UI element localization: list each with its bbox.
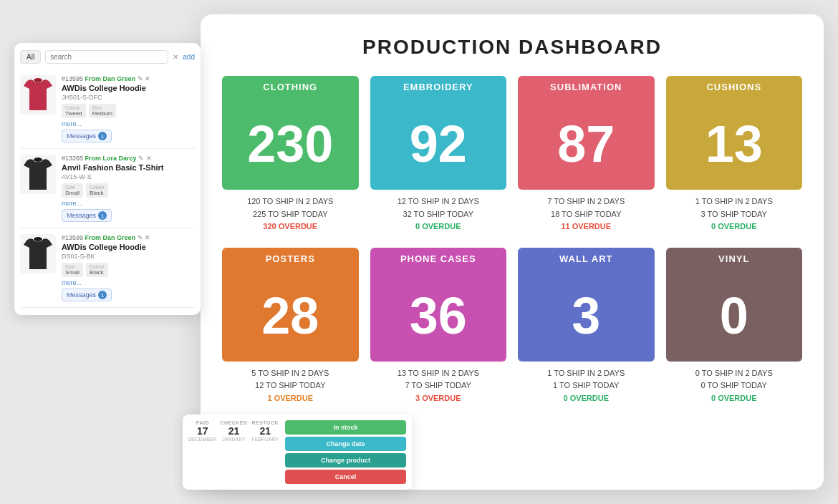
stat-number-box-wallart: 3	[518, 270, 655, 362]
date-month: FEBRUARY	[251, 437, 279, 442]
messages-button[interactable]: Messages 1	[62, 130, 112, 142]
stat-count-wallart: 3	[572, 290, 600, 341]
stat-count-phonecases: 36	[410, 290, 467, 341]
ship-today-vinyl: 0 TO SHIP TODAY	[669, 379, 800, 392]
product-image-icon	[22, 77, 54, 113]
ship-2days-cushions: 1 TO SHIP IN 2 DAYS	[669, 195, 800, 208]
date-value: 17	[188, 425, 217, 437]
date-label: PAID	[188, 420, 217, 425]
order-meta: #13595 From Dan Green ✎ ✕	[62, 75, 195, 82]
stat-number-box-sublimation: 87	[518, 98, 655, 190]
overdue-sublimation: 11 OVERDUE	[521, 220, 652, 233]
stat-number-box-phonecases: 36	[370, 270, 507, 362]
table-row: #13599 From Dan Green ✎ ✕ AWDis College …	[20, 228, 195, 308]
date-month: DECEMBER	[188, 437, 217, 442]
stat-header-embroidery: EMBROIDERY	[370, 76, 507, 98]
action-btn-cancel[interactable]: Cancel	[285, 470, 406, 484]
table-row: #13595 From Dan Green ✎ ✕ AWDis College …	[20, 69, 195, 149]
svg-point-2	[34, 237, 42, 241]
stat-header-wallart: WALL ART	[518, 248, 655, 270]
avatar	[20, 155, 56, 194]
ship-2days-vinyl: 0 TO SHIP IN 2 DAYS	[669, 367, 800, 380]
stat-block-clothing[interactable]: CLOTHING 230 120 TO SHIP IN 2 DAYS 225 T…	[222, 76, 359, 236]
stat-number-box-clothing: 230	[222, 98, 359, 190]
order-tags: Size Small Colour Black	[62, 183, 195, 198]
order-details: #13265 From Lora Darcy ✎ ✕ Anvil Fashion…	[62, 155, 195, 222]
date-column: RESTOCK 21 FEBRUARY	[251, 420, 279, 484]
date-label: CHECKED	[220, 420, 249, 425]
date-label: RESTOCK	[251, 420, 279, 425]
sidebar-toolbar: All ✕ add	[20, 50, 195, 64]
svg-point-1	[34, 158, 42, 162]
stats-grid: CLOTHING 230 120 TO SHIP IN 2 DAYS 225 T…	[222, 76, 802, 408]
overdue-phonecases: 3 OVERDUE	[373, 392, 504, 405]
ship-2days-phonecases: 13 TO SHIP IN 2 DAYS	[373, 367, 504, 380]
stat-info-vinyl: 0 TO SHIP IN 2 DAYS 0 TO SHIP TODAY 0 OV…	[666, 362, 803, 408]
stat-count-cushions: 13	[705, 118, 763, 170]
avatar	[20, 234, 56, 273]
dates-grid: PAID 17 DECEMBER CHECKED 21 JANUARY REST…	[188, 420, 279, 484]
stat-header-posters: POSTERS	[222, 248, 359, 270]
stat-count-clothing: 230	[247, 118, 333, 170]
stat-count-vinyl: 0	[720, 290, 748, 341]
overdue-clothing: 320 OVERDUE	[225, 220, 356, 233]
ship-2days-embroidery: 12 TO SHIP IN 2 DAYS	[373, 195, 504, 208]
stat-block-sublimation[interactable]: SUBLIMATION 87 7 TO SHIP IN 2 DAYS 18 TO…	[518, 76, 655, 236]
messages-button[interactable]: Messages 1	[62, 209, 112, 222]
tag: Colour Black	[86, 183, 108, 198]
stat-info-sublimation: 7 TO SHIP IN 2 DAYS 18 TO SHIP TODAY 11 …	[518, 190, 655, 236]
more-link[interactable]: more...	[62, 120, 195, 127]
ship-2days-clothing: 120 TO SHIP IN 2 DAYS	[225, 195, 356, 208]
action-btn-change-product[interactable]: Change product	[285, 453, 406, 467]
action-buttons: In stockChange dateChange productCancel	[285, 420, 406, 484]
ship-today-embroidery: 32 TO SHIP TODAY	[373, 208, 504, 221]
stat-number-box-embroidery: 92	[370, 98, 507, 190]
overdue-cushions: 0 OVERDUE	[669, 220, 800, 233]
ship-2days-posters: 5 TO SHIP IN 2 DAYS	[225, 367, 356, 380]
clear-search-icon[interactable]: ✕	[173, 53, 178, 61]
more-link[interactable]: more...	[62, 200, 195, 207]
stat-block-embroidery[interactable]: EMBROIDERY 92 12 TO SHIP IN 2 DAYS 32 TO…	[370, 76, 507, 236]
tag: Size Small	[62, 183, 83, 198]
stat-header-sublimation: SUBLIMATION	[518, 76, 655, 98]
ship-today-phonecases: 7 TO SHIP TODAY	[373, 379, 504, 392]
date-column: CHECKED 21 JANUARY	[220, 420, 249, 484]
add-button[interactable]: add	[183, 53, 195, 61]
overdue-vinyl: 0 OVERDUE	[669, 392, 800, 405]
order-sku: JH501-S-DFC	[62, 94, 195, 101]
order-sku: AV15-W-S	[62, 173, 195, 180]
action-btn-in-stock[interactable]: In stock	[285, 420, 406, 435]
tag: Colour Black	[86, 263, 108, 277]
tag: Size Small	[62, 263, 83, 277]
stat-info-cushions: 1 TO SHIP IN 2 DAYS 3 TO SHIP TODAY 0 OV…	[666, 190, 803, 236]
date-value: 21	[220, 425, 249, 437]
messages-button[interactable]: Messages 1	[62, 289, 112, 301]
filter-button[interactable]: All	[20, 50, 41, 64]
order-sku: DS01-S-BK	[62, 253, 195, 260]
action-btn-change-date[interactable]: Change date	[285, 437, 406, 451]
ship-today-posters: 12 TO SHIP TODAY	[225, 379, 356, 392]
sidebar-panel: All ✕ add #13595 From Dan Green ✎ ✕ AWDi…	[14, 43, 201, 315]
stat-info-posters: 5 TO SHIP IN 2 DAYS 12 TO SHIP TODAY 1 O…	[222, 362, 359, 408]
more-link[interactable]: more...	[62, 279, 195, 286]
stat-count-embroidery: 92	[410, 118, 467, 170]
stat-block-phonecases[interactable]: PHONE CASES 36 13 TO SHIP IN 2 DAYS 7 TO…	[370, 248, 507, 408]
orders-list: #13595 From Dan Green ✎ ✕ AWDis College …	[20, 69, 195, 308]
order-name: AWDis College Hoodie	[62, 243, 195, 251]
stat-info-phonecases: 13 TO SHIP IN 2 DAYS 7 TO SHIP TODAY 3 O…	[370, 362, 507, 408]
tag: Size Medium	[89, 104, 116, 118]
stat-info-clothing: 120 TO SHIP IN 2 DAYS 225 TO SHIP TODAY …	[222, 190, 359, 236]
order-name: AWDis College Hoodie	[62, 84, 195, 92]
stat-block-cushions[interactable]: CUSHIONS 13 1 TO SHIP IN 2 DAYS 3 TO SHI…	[666, 76, 803, 236]
stat-block-posters[interactable]: POSTERS 28 5 TO SHIP IN 2 DAYS 12 TO SHI…	[222, 248, 359, 408]
ship-2days-wallart: 1 TO SHIP IN 2 DAYS	[521, 367, 652, 380]
overdue-wallart: 0 OVERDUE	[521, 392, 652, 405]
order-details: #13599 From Dan Green ✎ ✕ AWDis College …	[62, 234, 195, 301]
tag: Colour Tweed	[62, 104, 86, 118]
page-title: PRODUCTION DASHBOARD	[222, 36, 802, 59]
svg-point-0	[34, 78, 42, 82]
stat-block-wallart[interactable]: WALL ART 3 1 TO SHIP IN 2 DAYS 1 TO SHIP…	[518, 248, 655, 408]
overdue-embroidery: 0 OVERDUE	[373, 220, 504, 233]
stat-block-vinyl[interactable]: VINYL 0 0 TO SHIP IN 2 DAYS 0 TO SHIP TO…	[666, 248, 803, 408]
search-input[interactable]	[45, 50, 168, 64]
